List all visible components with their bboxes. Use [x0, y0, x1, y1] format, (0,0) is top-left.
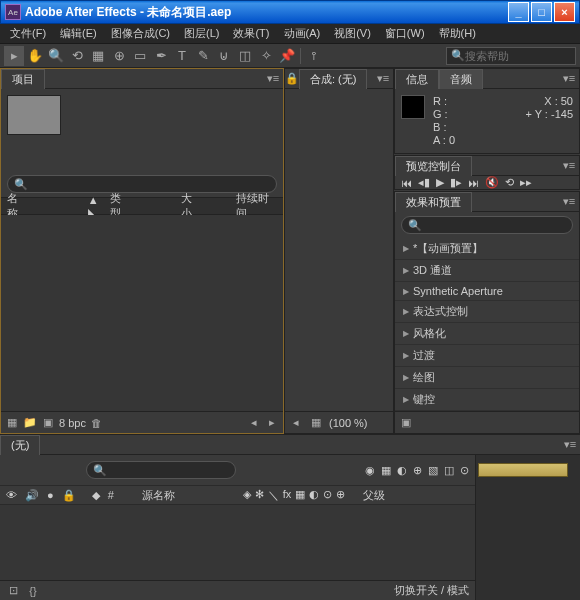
- speaker-icon[interactable]: 🔊: [25, 489, 39, 502]
- timeline-search[interactable]: 🔍: [86, 461, 236, 479]
- label-icon[interactable]: ◆: [92, 489, 100, 502]
- toggle-icon[interactable]: ⊡: [6, 584, 20, 598]
- last-frame-icon[interactable]: ⏭: [468, 177, 479, 189]
- tab-effects[interactable]: 效果和预置: [395, 192, 472, 212]
- tab-project[interactable]: 项目: [1, 69, 45, 89]
- mode-icon[interactable]: ◈: [243, 488, 251, 503]
- menu-view[interactable]: 视图(V): [328, 24, 377, 43]
- project-search-input[interactable]: [28, 178, 270, 190]
- effect-category[interactable]: ▶Synthetic Aperture: [395, 282, 579, 301]
- folder-icon[interactable]: 📁: [23, 416, 37, 430]
- tl-icon[interactable]: ◫: [444, 464, 454, 477]
- tab-audio[interactable]: 音频: [439, 69, 483, 89]
- puppet-tool[interactable]: 📌: [277, 46, 297, 66]
- roto-tool[interactable]: ✧: [256, 46, 276, 66]
- menu-layer[interactable]: 图层(L): [178, 24, 225, 43]
- menu-file[interactable]: 文件(F): [4, 24, 52, 43]
- effect-category[interactable]: ▶表达式控制: [395, 301, 579, 323]
- eraser-tool[interactable]: ◫: [235, 46, 255, 66]
- selection-tool[interactable]: ▸: [4, 46, 24, 66]
- index-col[interactable]: #: [108, 489, 114, 501]
- effect-category[interactable]: ▶绘图: [395, 367, 579, 389]
- scroll-right-icon[interactable]: ▸: [265, 416, 279, 430]
- comp-icon[interactable]: ▣: [41, 416, 55, 430]
- tl-icon[interactable]: ◐: [397, 464, 407, 477]
- effect-category[interactable]: ▶*【动画预置】: [395, 238, 579, 260]
- bpc-button[interactable]: 8 bpc: [59, 417, 86, 429]
- solo-icon[interactable]: ●: [47, 489, 54, 501]
- effect-category[interactable]: ▶风格化: [395, 323, 579, 345]
- effects-search-input[interactable]: [422, 219, 566, 231]
- timeline-track-area[interactable]: [476, 455, 580, 600]
- timeline-search-input[interactable]: [107, 464, 229, 476]
- prev-frame-icon[interactable]: ◂▮: [418, 176, 430, 189]
- next-frame-icon[interactable]: ▮▸: [450, 176, 462, 189]
- zoom-tool[interactable]: 🔍: [46, 46, 66, 66]
- menu-window[interactable]: 窗口(W): [379, 24, 431, 43]
- maximize-button[interactable]: □: [531, 2, 552, 22]
- rotate-tool[interactable]: ⟲: [67, 46, 87, 66]
- effects-panel-menu[interactable]: ▾≡: [559, 195, 579, 208]
- menu-help[interactable]: 帮助(H): [433, 24, 482, 43]
- timeline-work-area[interactable]: [478, 463, 568, 477]
- effects-apply-icon[interactable]: ▣: [399, 416, 413, 430]
- brace-icon[interactable]: {}: [26, 584, 40, 598]
- close-button[interactable]: ×: [554, 2, 575, 22]
- tab-preview[interactable]: 预览控制台: [395, 156, 472, 176]
- loop-icon[interactable]: ⟲: [505, 176, 514, 189]
- switches-modes-button[interactable]: 切换开关 / 模式: [394, 583, 469, 598]
- comp-panel-menu[interactable]: ▾≡: [373, 72, 393, 85]
- eye-icon[interactable]: 👁: [6, 489, 17, 501]
- tl-icon[interactable]: ⊙: [460, 464, 469, 477]
- timeline-panel-menu[interactable]: ▾≡: [560, 438, 580, 451]
- ram-preview-icon[interactable]: ▸▸: [520, 176, 532, 189]
- grid-icon[interactable]: ▦: [309, 416, 323, 430]
- lock-icon[interactable]: 🔒: [285, 72, 299, 86]
- trash-icon[interactable]: 🗑: [90, 416, 104, 430]
- effect-category[interactable]: ▶过渡: [395, 345, 579, 367]
- interpret-icon[interactable]: ▦: [5, 416, 19, 430]
- pan-behind-tool[interactable]: ⊕: [109, 46, 129, 66]
- tab-info[interactable]: 信息: [395, 69, 439, 89]
- mask-tool[interactable]: ▭: [130, 46, 150, 66]
- info-panel-menu[interactable]: ▾≡: [559, 72, 579, 85]
- type-tool[interactable]: T: [172, 46, 192, 66]
- clone-tool[interactable]: ⊍: [214, 46, 234, 66]
- project-columns: 名称 ▲ ◣ 类型 大小 持续时间: [1, 197, 283, 215]
- effect-category[interactable]: ▶键控: [395, 389, 579, 411]
- menu-composition[interactable]: 图像合成(C): [105, 24, 176, 43]
- scroll-left-icon[interactable]: ◂: [247, 416, 261, 430]
- effects-search[interactable]: 🔍: [401, 216, 573, 234]
- tl-icon[interactable]: ▦: [381, 464, 391, 477]
- help-search[interactable]: 🔍: [446, 47, 576, 65]
- help-search-input[interactable]: [465, 50, 571, 62]
- tl-icon[interactable]: ⊕: [413, 464, 422, 477]
- timeline-layers[interactable]: [0, 505, 475, 580]
- mute-icon[interactable]: 🔇: [485, 176, 499, 189]
- composition-viewer[interactable]: [285, 89, 393, 411]
- play-icon[interactable]: ▶: [436, 176, 444, 189]
- zoom-level[interactable]: (100 %): [329, 417, 368, 429]
- hand-tool[interactable]: ✋: [25, 46, 45, 66]
- effect-category[interactable]: ▶3D 通道: [395, 260, 579, 282]
- source-col[interactable]: 源名称: [142, 488, 175, 503]
- tl-icon[interactable]: ◉: [365, 464, 375, 477]
- tab-timeline[interactable]: (无): [0, 435, 40, 455]
- axis-tool[interactable]: ⫯: [304, 46, 324, 66]
- parent-col[interactable]: 父级: [363, 488, 385, 503]
- tl-icon[interactable]: ▧: [428, 464, 438, 477]
- tab-composition[interactable]: 合成: (无): [299, 69, 367, 89]
- camera-tool[interactable]: ▦: [88, 46, 108, 66]
- project-list[interactable]: [1, 215, 283, 411]
- project-panel-menu[interactable]: ▾≡: [263, 72, 283, 85]
- pen-tool[interactable]: ✒: [151, 46, 171, 66]
- menu-edit[interactable]: 编辑(E): [54, 24, 103, 43]
- lock-icon[interactable]: 🔒: [62, 489, 76, 502]
- menu-animation[interactable]: 动画(A): [278, 24, 327, 43]
- first-frame-icon[interactable]: ⏮: [401, 177, 412, 189]
- minimize-button[interactable]: _: [508, 2, 529, 22]
- menu-effect[interactable]: 效果(T): [227, 24, 275, 43]
- scroll-left-icon[interactable]: ◂: [289, 416, 303, 430]
- brush-tool[interactable]: ✎: [193, 46, 213, 66]
- preview-panel-menu[interactable]: ▾≡: [559, 159, 579, 172]
